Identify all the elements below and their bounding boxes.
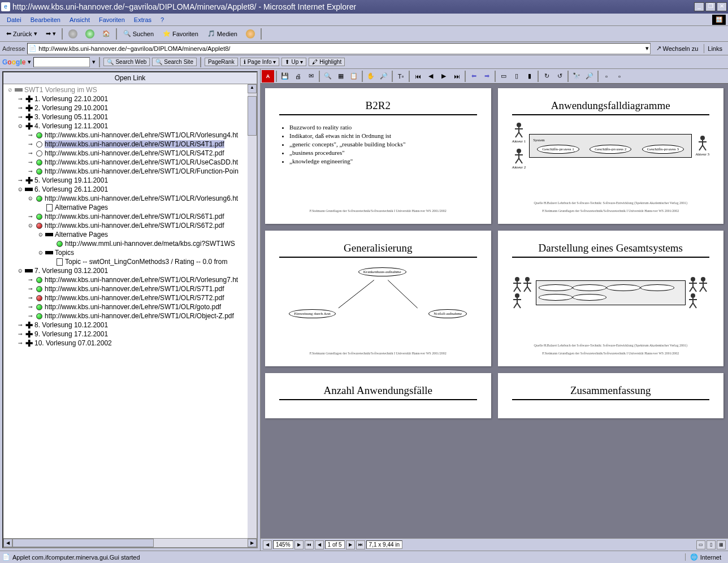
tree-node[interactable]: ⊸http://www.kbs.uni-hannover.de/Lehre/SW… — [5, 149, 255, 158]
scroll-left-icon[interactable]: ◀ — [3, 539, 12, 547]
pdf-prev-icon[interactable]: ◀ — [424, 70, 437, 83]
minimize-button[interactable]: _ — [694, 2, 704, 11]
maximize-button[interactable]: ❐ — [705, 2, 716, 11]
pdf-text-select-icon[interactable]: T▫ — [395, 70, 407, 83]
pdf-print-icon[interactable]: 🖨 — [292, 70, 304, 83]
tree-toggle-icon[interactable]: ⊸ — [27, 214, 34, 219]
tree-node[interactable]: ⊸✚1. Vorlesung 22.10.2001 — [5, 94, 255, 103]
up-button[interactable]: ⬆ Up ▾ — [281, 58, 306, 66]
pdf-content[interactable]: B2R2Buzzword to reality ratioIndikator, … — [261, 84, 728, 538]
tree-toggle-icon[interactable]: ⊸ — [17, 177, 24, 183]
pdf-gofwd-icon[interactable]: ➡ — [480, 70, 493, 83]
scroll-thumb-h[interactable] — [12, 539, 154, 547]
stop-button[interactable] — [65, 28, 81, 40]
tree-node[interactable]: ⊙http://www.kbs.uni-hannover.de/Lehre/SW… — [5, 221, 255, 230]
tree-toggle-icon[interactable]: ⊸ — [17, 322, 24, 328]
pdf-page-value[interactable]: 1 of 5 — [325, 540, 345, 549]
close-button[interactable]: ✕ — [717, 2, 727, 11]
tree-node[interactable]: ⊸http://www.kbs.uni-hannover.de/Lehre/SW… — [5, 131, 255, 140]
pdf-showall-icon[interactable]: ▦ — [335, 70, 347, 83]
pdf-actual-icon[interactable]: ▭ — [497, 70, 510, 83]
highlight-button[interactable]: 🖍 Highlight — [309, 58, 345, 66]
tree-toggle-icon[interactable]: ⊸ — [27, 295, 34, 301]
tree-node[interactable]: ⊸http://www.kbs.uni-hannover.de/Lehre/SW… — [5, 302, 255, 311]
tree-node[interactable]: Topic -- swtOnt_LingConMethods3 / Rating… — [5, 257, 255, 266]
tree-node[interactable]: ⊙6. Vorlesung 26.11.2001 — [5, 185, 255, 194]
tree-toggle-icon[interactable]: ⊸ — [27, 141, 34, 147]
pdf-sb-last-icon[interactable]: ⏭ — [356, 540, 365, 549]
tree-toggle-icon[interactable]: ⊙ — [27, 196, 34, 201]
tree-node[interactable]: http://www.mml.uni-hannover.de/meta/kbs.… — [5, 239, 255, 248]
pdf-zoom-icon[interactable]: 🔎 — [378, 70, 390, 83]
tree-node[interactable]: ⊸✚3. Vorlesung 05.11.2001 — [5, 112, 255, 122]
tree-node[interactable]: ⊙✚4. Vorlesung 12.11.2001 — [5, 122, 255, 131]
pdf-zoom-out-icon[interactable]: ◀ — [263, 540, 272, 549]
tree-node[interactable]: Alternative Pages — [5, 203, 255, 212]
pdf-sb-next-icon[interactable]: ▶ — [346, 540, 355, 549]
tree-hscrollbar[interactable]: ◀ ▶ — [3, 538, 257, 547]
menu-help[interactable]: ? — [156, 15, 168, 24]
address-input[interactable]: 📄 http://www.kbs.uni-hannover.de/~gavril… — [27, 43, 650, 54]
back-button[interactable]: ⬅ Zurück ▾ — [2, 28, 41, 39]
pdf-sb-prev-icon[interactable]: ◀ — [315, 540, 324, 549]
pdf-layout3-icon[interactable]: ▦ — [717, 540, 726, 549]
pdf-zoom-value[interactable]: 145% — [273, 540, 293, 549]
tree-toggle-icon[interactable]: ⊙ — [37, 250, 44, 255]
tree-vscrollbar[interactable]: ▲ — [248, 84, 257, 538]
tree-node[interactable]: ⊙http://www.kbs.uni-hannover.de/Lehre/SW… — [5, 194, 255, 203]
tree-toggle-icon[interactable]: ⊸ — [17, 114, 24, 120]
links-button[interactable]: Links — [704, 44, 726, 53]
page-info-button[interactable]: ℹ Page Info ▾ — [240, 58, 280, 66]
tree-toggle-icon[interactable]: ⊸ — [17, 331, 24, 337]
tree-node[interactable]: ⊸✚10. Vorlesung 07.01.2002 — [5, 339, 255, 348]
tree-node[interactable]: ⊸http://www.kbs.uni-hannover.de/Lehre/SW… — [5, 284, 255, 293]
pdf-findnext-icon[interactable]: 🔎 — [583, 70, 596, 83]
tree-toggle-icon[interactable]: ⊸ — [27, 150, 34, 156]
tree-node[interactable]: ⊸http://www.kbs.uni-hannover.de/Lehre/SW… — [5, 140, 255, 149]
menu-ansicht[interactable]: Ansicht — [65, 15, 94, 24]
tree-root[interactable]: ⊘ SWT1 Vorlesung im WS — [5, 85, 255, 94]
pdf-hand-icon[interactable]: ✋ — [365, 70, 377, 83]
scroll-right-icon[interactable]: ▶ — [248, 539, 257, 547]
pagerank-button[interactable]: PageRank — [205, 58, 238, 66]
tree-toggle-icon[interactable]: ⊙ — [17, 187, 24, 192]
pdf-last-icon[interactable]: ⏭ — [450, 70, 463, 83]
pdf-mail-icon[interactable]: ✉ — [305, 70, 317, 83]
tree-node[interactable]: ⊸http://www.kbs.uni-hannover.de/Lehre/SW… — [5, 275, 255, 284]
tree-node[interactable]: ⊸✚9. Vorlesung 17.12.2001 — [5, 330, 255, 339]
scroll-thumb[interactable] — [248, 96, 257, 136]
tree-node[interactable]: ⊸http://www.kbs.uni-hannover.de/Lehre/SW… — [5, 158, 255, 167]
tree-toggle-icon[interactable]: ⊸ — [27, 286, 34, 292]
pdf-fitwidth-icon[interactable]: ▮ — [523, 70, 536, 83]
pdf-sb-first-icon[interactable]: ⏮ — [305, 540, 314, 549]
menu-extras[interactable]: Extras — [129, 15, 156, 24]
pdf-extra1-icon[interactable]: ▫ — [600, 70, 613, 83]
tree-toggle-icon[interactable]: ⊸ — [17, 340, 24, 346]
pdf-search-icon[interactable]: 🔍 — [322, 70, 334, 83]
tree-toggle-icon[interactable]: ⊸ — [27, 168, 34, 174]
address-dropdown-icon[interactable]: ▾ — [645, 45, 649, 52]
pdf-next-icon[interactable]: ▶ — [437, 70, 450, 83]
favorites-button[interactable]: ⭐ Favoriten — [159, 28, 202, 39]
tree-toggle-icon[interactable]: ⊸ — [27, 277, 34, 283]
pdf-zoom-in-icon[interactable]: ▶ — [294, 540, 304, 549]
tree-toggle-icon[interactable]: ⊙ — [17, 123, 24, 129]
tree-node[interactable]: ⊸http://www.kbs.uni-hannover.de/Lehre/SW… — [5, 212, 255, 221]
tree-toggle-icon[interactable]: ⊙ — [37, 232, 44, 237]
tree-node[interactable]: ⊸✚2. Vorlesung 29.10.2001 — [5, 103, 255, 112]
tree-node[interactable]: ⊙7. Vorlesung 03.12.2001 — [5, 266, 255, 275]
history-button[interactable] — [242, 28, 258, 40]
pdf-rotate-icon[interactable]: ↻ — [540, 70, 553, 83]
search-site-button[interactable]: 🔍 Search Site — [152, 58, 197, 66]
pdf-find-icon[interactable]: 🔭 — [570, 70, 583, 83]
pdf-layout1-icon[interactable]: ▭ — [696, 540, 705, 549]
tree-node[interactable]: ⊸http://www.kbs.uni-hannover.de/Lehre/SW… — [5, 167, 255, 176]
go-button[interactable]: ↗ Wechseln zu — [653, 44, 702, 53]
tree-toggle-icon[interactable]: ⊸ — [27, 313, 34, 319]
tree-toggle-icon[interactable]: ⊸ — [17, 105, 24, 111]
search-web-button[interactable]: 🔍 Search Web — [103, 58, 150, 66]
google-search-input[interactable] — [33, 57, 90, 67]
tree-body[interactable]: ⊘ SWT1 Vorlesung im WS ⊸✚1. Vorlesung 22… — [3, 84, 257, 538]
pdf-goback-icon[interactable]: ⬅ — [467, 70, 480, 83]
tree-node[interactable]: ⊸✚8. Vorlesung 10.12.2001 — [5, 321, 255, 330]
